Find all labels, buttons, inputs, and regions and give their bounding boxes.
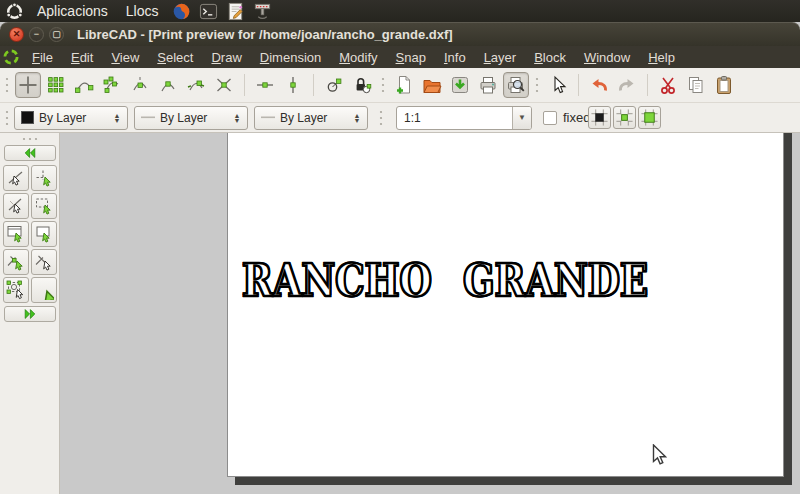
menu-draw[interactable]: Draw: [202, 48, 250, 67]
deselect-window-button[interactable]: [3, 221, 29, 247]
snap-free-button[interactable]: [15, 72, 41, 98]
fit-to-page-button[interactable]: [613, 106, 636, 129]
clipboard-icon: [714, 75, 734, 95]
select-layer-button[interactable]: [3, 277, 29, 303]
black-white-preview-button[interactable]: [588, 106, 611, 129]
open-document-button[interactable]: [419, 72, 445, 98]
librecad-window: Aplicacions Llocs ✕ − ▢ LibreCAD - [Prin…: [0, 0, 800, 494]
spinner-arrows-icon[interactable]: ▲▼: [230, 113, 244, 123]
terminal-icon[interactable]: [199, 2, 218, 21]
desktop-panel: Aplicacions Llocs: [0, 0, 800, 22]
relative-zero-icon: [324, 75, 344, 95]
deselect-window-icon: [6, 224, 26, 244]
menu-snap[interactable]: Snap: [387, 48, 435, 67]
snap-on-entity-icon: [102, 75, 122, 95]
drawing-canvas[interactable]: RANCHO GRANDE: [61, 133, 800, 494]
toolbar-drag-handle[interactable]: [534, 75, 540, 95]
select-intersected-button[interactable]: [31, 249, 57, 275]
green-square-small-icon: [615, 108, 634, 127]
new-document-icon: [394, 75, 414, 95]
menu-dimension[interactable]: Dimension: [251, 48, 330, 67]
toolbar-drag-handle[interactable]: [4, 75, 10, 95]
toolbar-separator: [313, 74, 314, 96]
snap-endpoints-button[interactable]: [71, 72, 97, 98]
menu-view[interactable]: View: [102, 48, 148, 67]
save-document-button[interactable]: [447, 72, 473, 98]
copy-button[interactable]: [683, 72, 709, 98]
menu-modify[interactable]: Modify: [330, 48, 386, 67]
text-editor-icon[interactable]: [226, 2, 245, 21]
minimize-button[interactable]: −: [29, 27, 44, 42]
spinner-arrows-icon[interactable]: ▲▼: [110, 113, 124, 123]
panel-menu-places[interactable]: Llocs: [117, 0, 168, 22]
lock-relative-zero-button[interactable]: [349, 72, 375, 98]
restrict-horizontal-button[interactable]: [252, 72, 278, 98]
snap-center-button[interactable]: [127, 72, 153, 98]
sidebar-drag-handle[interactable]: [0, 133, 59, 142]
print-scale-combo[interactable]: 1:1 ▼: [396, 106, 532, 130]
cut-button[interactable]: [655, 72, 681, 98]
copy-pages-icon: [686, 75, 706, 95]
maximize-button[interactable]: ▢: [49, 27, 64, 42]
restrict-vertical-button[interactable]: [280, 72, 306, 98]
toolbar-drag-handle[interactable]: [380, 75, 386, 95]
snap-middle-button[interactable]: [155, 72, 181, 98]
print-scale-value[interactable]: 1:1: [397, 107, 512, 129]
panel-menu-applications[interactable]: Aplicacions: [28, 0, 117, 22]
menu-layer[interactable]: Layer: [475, 48, 526, 67]
spinner-arrows-icon[interactable]: ▲▼: [350, 113, 364, 123]
clamp-tool-icon[interactable]: [253, 2, 272, 21]
selection-pointer-button[interactable]: [545, 72, 571, 98]
select-all-button[interactable]: [31, 277, 57, 303]
deselect-contour-button[interactable]: [3, 193, 29, 219]
pen-width-combo[interactable]: By Layer▲▼: [134, 106, 248, 130]
print-preview-button[interactable]: [503, 72, 529, 98]
toolbar-drag-handle[interactable]: [4, 108, 10, 128]
set-relative-zero-button[interactable]: [321, 72, 347, 98]
redo-arrow-icon: [617, 75, 637, 95]
black-square-icon: [21, 111, 34, 124]
drawing-text: RANCHO GRANDE: [242, 261, 648, 301]
undo-button[interactable]: [586, 72, 612, 98]
paste-button[interactable]: [711, 72, 737, 98]
print-button[interactable]: [475, 72, 501, 98]
pen-linetype-combo[interactable]: By Layer▲▼: [254, 106, 368, 130]
menu-edit[interactable]: Edit: [62, 48, 102, 67]
select-window-button[interactable]: [31, 221, 57, 247]
menu-select[interactable]: Select: [148, 48, 202, 67]
snap-distance-button[interactable]: [183, 72, 209, 98]
snap-intersection-button[interactable]: [211, 72, 237, 98]
close-button[interactable]: ✕: [9, 27, 24, 42]
fixed-checkbox[interactable]: [543, 111, 557, 125]
window-titlebar[interactable]: ✕ − ▢ LibreCAD - [Print preview for /hom…: [0, 22, 800, 46]
snap-on-entity-button[interactable]: [99, 72, 125, 98]
ubuntu-logo-icon[interactable]: [5, 2, 24, 21]
toolbar-drag-handle[interactable]: [378, 108, 384, 128]
menu-window[interactable]: Window: [575, 48, 639, 67]
deselect-intersected-button[interactable]: [3, 249, 29, 275]
menu-help[interactable]: Help: [639, 48, 684, 67]
chevron-down-icon[interactable]: ▼: [512, 107, 531, 129]
menu-bar: FileEditViewSelectDrawDimensionModifySna…: [0, 46, 800, 68]
deselect-entity-button[interactable]: [3, 165, 29, 191]
undo-arrow-icon: [589, 75, 609, 95]
menu-block[interactable]: Block: [525, 48, 575, 67]
pen-color-combo[interactable]: By Layer▲▼: [14, 106, 128, 130]
select-contour-button[interactable]: [31, 193, 57, 219]
center-to-page-button[interactable]: [638, 106, 661, 129]
thin-line-icon: [141, 111, 155, 124]
back-button[interactable]: [4, 145, 56, 161]
thin-line-icon: [261, 111, 275, 124]
new-document-button[interactable]: [391, 72, 417, 98]
menu-info[interactable]: Info: [435, 48, 475, 67]
snap-grid-button[interactable]: [43, 72, 69, 98]
redo-button[interactable]: [614, 72, 640, 98]
select-entity-button[interactable]: [31, 165, 57, 191]
pen-width-value: By Layer: [160, 111, 230, 125]
select-intersected-icon: [34, 252, 54, 272]
grid-dots-icon: [46, 75, 66, 95]
paper[interactable]: RANCHO GRANDE: [227, 133, 784, 477]
menu-file[interactable]: File: [23, 48, 62, 67]
forward-button[interactable]: [4, 306, 56, 322]
firefox-icon[interactable]: [172, 2, 191, 21]
